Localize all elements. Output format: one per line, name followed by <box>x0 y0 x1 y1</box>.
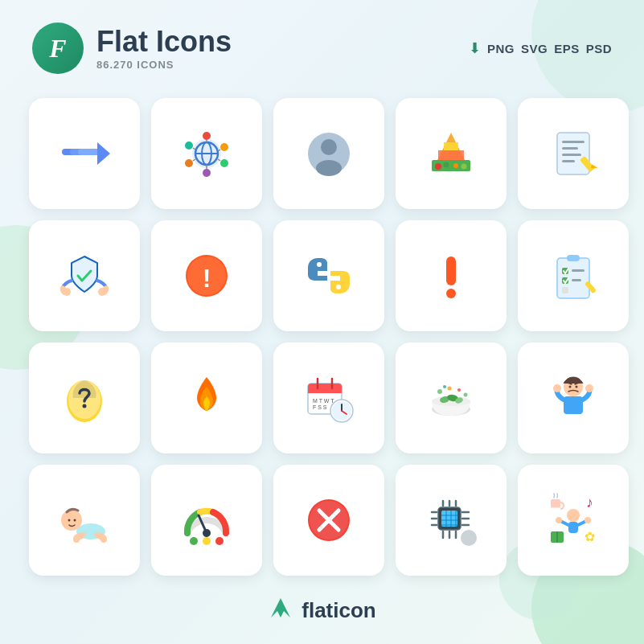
icon-card-forward-arrows[interactable] <box>29 98 140 209</box>
icon-grid: ! <box>29 98 615 576</box>
svg-point-13 <box>185 142 193 150</box>
svg-point-94 <box>73 536 80 543</box>
header-title-group: Flat Icons 86.270 ICONS <box>96 26 232 72</box>
svg-point-78 <box>457 388 461 392</box>
svg-point-27 <box>435 163 441 170</box>
icon-card-food-pyramid[interactable] <box>396 98 507 209</box>
svg-point-82 <box>569 386 572 388</box>
svg-point-83 <box>576 386 578 388</box>
svg-rect-35 <box>562 160 575 162</box>
format-psd[interactable]: PSD <box>586 42 612 55</box>
svg-point-125 <box>461 530 477 546</box>
svg-point-48 <box>446 289 456 298</box>
svg-point-9 <box>220 143 228 151</box>
svg-point-86 <box>585 384 593 392</box>
svg-point-45 <box>317 262 322 267</box>
logo-letter: F <box>49 34 66 64</box>
icon-card-question-egg[interactable] <box>29 343 140 453</box>
icon-card-checklist-document[interactable] <box>518 98 629 209</box>
header-left: F Flat Icons 86.270 ICONS <box>32 23 232 74</box>
svg-text:♪: ♪ <box>586 494 593 511</box>
svg-point-11 <box>203 169 211 177</box>
svg-rect-62 <box>308 388 342 393</box>
svg-point-8 <box>203 132 211 140</box>
svg-point-22 <box>316 160 342 176</box>
svg-point-29 <box>453 163 458 168</box>
format-png[interactable]: PNG <box>487 42 515 55</box>
svg-marker-138 <box>271 598 290 617</box>
icon-card-cpu-gear[interactable] <box>396 465 507 576</box>
format-eps[interactable]: EPS <box>554 42 580 55</box>
icon-card-global-network[interactable] <box>151 98 262 209</box>
svg-marker-3 <box>97 142 110 165</box>
icon-card-exclamation[interactable] <box>396 220 507 331</box>
svg-rect-32 <box>562 141 585 143</box>
svg-point-30 <box>461 164 467 170</box>
svg-rect-47 <box>446 256 456 285</box>
icon-card-baby-crawling[interactable] <box>29 465 140 576</box>
header-formats: ⬇ PNG SVG EPS PSD <box>469 39 612 57</box>
svg-rect-127 <box>568 522 578 533</box>
svg-point-89 <box>68 519 71 522</box>
svg-point-95 <box>100 536 107 543</box>
svg-point-100 <box>215 537 224 545</box>
header: F Flat Icons 86.270 ICONS ⬇ PNG SVG EPS … <box>0 0 644 82</box>
svg-point-40 <box>63 288 71 296</box>
svg-rect-33 <box>562 147 578 150</box>
svg-rect-130 <box>551 499 560 507</box>
icon-card-speedometer[interactable] <box>151 465 262 576</box>
icon-card-salad-bowl[interactable] <box>396 343 507 453</box>
svg-rect-84 <box>564 396 583 414</box>
svg-point-77 <box>448 387 452 391</box>
format-svg[interactable]: SVG <box>521 42 548 55</box>
logo-circle[interactable]: F <box>32 23 84 74</box>
icon-card-task-checklist[interactable] <box>518 220 629 331</box>
icon-card-calendar-clock[interactable]: M T W T F S S <box>273 343 384 453</box>
svg-point-80 <box>443 385 446 388</box>
svg-point-10 <box>220 159 228 167</box>
svg-point-85 <box>553 384 561 392</box>
svg-point-59 <box>83 404 87 408</box>
svg-point-126 <box>567 509 580 522</box>
svg-text:✿: ✿ <box>585 530 595 544</box>
icon-card-user-avatar[interactable] <box>273 98 384 209</box>
footer: flaticon <box>0 595 644 626</box>
icon-card-stressed-person[interactable] <box>518 343 629 453</box>
svg-text:!: ! <box>203 264 211 293</box>
svg-point-90 <box>74 519 76 522</box>
icon-card-warning-alert[interactable]: ! <box>151 220 262 331</box>
background: F Flat Icons 86.270 ICONS ⬇ PNG SVG EPS … <box>0 0 644 644</box>
icon-card-error-x[interactable] <box>273 465 384 576</box>
svg-rect-54 <box>572 269 585 272</box>
svg-point-137 <box>585 517 591 523</box>
flaticon-brand-text: flaticon <box>301 598 375 623</box>
svg-rect-2 <box>78 149 100 155</box>
svg-point-99 <box>203 537 211 545</box>
svg-rect-53 <box>562 287 568 293</box>
svg-point-21 <box>321 139 337 155</box>
icon-grid-container: ! <box>0 82 644 589</box>
svg-text:M T W T: M T W T <box>313 398 334 404</box>
svg-rect-25 <box>438 150 464 160</box>
svg-rect-55 <box>572 279 581 281</box>
svg-rect-106 <box>441 511 457 527</box>
header-subtitle: 86.270 ICONS <box>96 59 232 71</box>
svg-rect-26 <box>444 142 458 150</box>
svg-rect-34 <box>562 154 581 156</box>
icon-card-handshake-shield[interactable] <box>29 220 140 331</box>
icon-card-python-logo[interactable] <box>273 220 384 331</box>
svg-point-97 <box>203 529 211 537</box>
flaticon-logo-mark <box>268 595 293 626</box>
svg-point-79 <box>464 393 468 397</box>
svg-point-28 <box>444 162 449 168</box>
icon-card-fire-flame[interactable] <box>151 343 262 453</box>
svg-point-12 <box>185 159 193 167</box>
svg-point-46 <box>336 285 341 289</box>
svg-point-136 <box>556 517 562 523</box>
header-title: Flat Icons <box>96 26 232 58</box>
icon-card-hobbies-person[interactable]: ♪ ✿ <box>518 465 629 576</box>
svg-point-41 <box>98 288 106 296</box>
download-icon: ⬇ <box>469 39 481 57</box>
svg-rect-49 <box>557 258 589 298</box>
svg-point-98 <box>190 537 198 545</box>
